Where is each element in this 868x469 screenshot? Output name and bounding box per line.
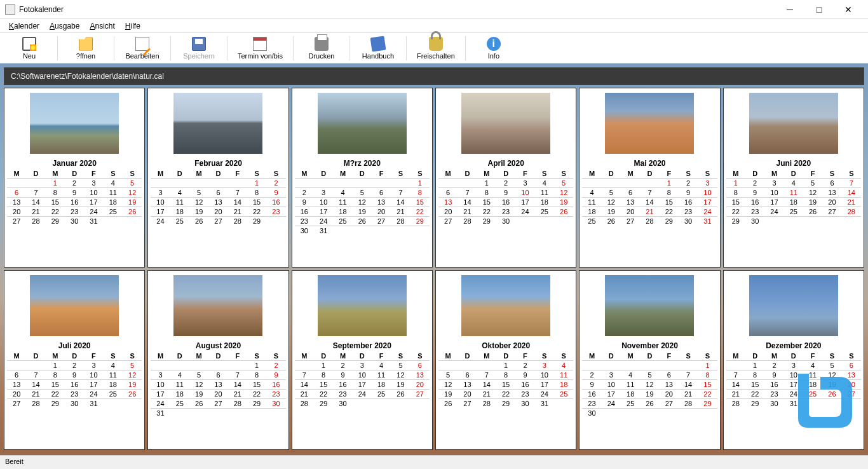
month-photo <box>605 93 694 154</box>
workspace: C:\Softwarenetz\Fotokalender\daten\natur… <box>0 64 868 455</box>
open-icon <box>79 37 93 51</box>
month-title: Mai 2020 <box>634 159 665 168</box>
month-title: Februar 2020 <box>194 159 242 168</box>
tool-freischalten[interactable]: Freischalten <box>409 36 463 61</box>
tool-label: Neu <box>23 52 36 60</box>
month-title: September 2020 <box>333 341 391 350</box>
month-photo <box>749 93 838 154</box>
month-title: April 2020 <box>487 159 524 168</box>
month-card[interactable]: Mai 2020MDMDFSS1234567891011121314151617… <box>579 88 720 268</box>
month-title: November 2020 <box>621 341 678 350</box>
minimize-button[interactable]: ─ <box>775 0 804 19</box>
month-card[interactable]: Juni 2020MDMDFSS123456789101112131415161… <box>723 88 864 268</box>
statusbar: Bereit <box>0 455 868 469</box>
month-photo <box>461 93 550 154</box>
tool-neu[interactable]: Neu <box>4 36 55 61</box>
month-card[interactable]: M?rz 2020MDMDFSS123456789101112131415161… <box>292 88 433 268</box>
menu-kalender[interactable]: Kalender <box>4 20 44 32</box>
day-table: MDMDFSS123456789101112131415161718192021… <box>726 351 861 408</box>
window-title: Fotokalender <box>19 5 775 14</box>
menu-ausgabe[interactable]: Ausgabe <box>44 20 85 32</box>
month-card[interactable]: November 2020MDMDFSS12345678910111213141… <box>579 270 720 450</box>
month-photo <box>173 275 262 336</box>
menu-ansicht[interactable]: Ansicht <box>85 20 119 32</box>
tool-info[interactable]: iInfo <box>468 36 519 61</box>
month-card[interactable]: Oktober 2020MDMDFSS123456789101112131415… <box>435 270 576 450</box>
book-icon <box>370 36 386 51</box>
tool-label: ?ffnen <box>76 52 95 60</box>
menu-hilfe[interactable]: Hilfe <box>120 20 146 32</box>
info-icon: i <box>487 37 501 51</box>
tool-drucken[interactable]: Drucken <box>296 36 347 61</box>
month-card[interactable]: Dezember 2020MDMDFSS12345678910111213141… <box>723 270 864 450</box>
tool-terminvonbis[interactable]: Termin von/bis <box>230 36 290 61</box>
month-title: Januar 2020 <box>52 159 96 168</box>
month-title: Juli 2020 <box>58 341 91 350</box>
app-icon <box>5 4 15 15</box>
day-table: MDMDFSS123456789101112131415161718192021… <box>438 351 573 408</box>
month-card[interactable]: Februar 2020MDMDFSS123456789101112131415… <box>147 88 288 268</box>
day-table: MDMDFSS123456789101112131415161718192021… <box>295 169 430 235</box>
month-photo <box>30 93 119 154</box>
month-title: Juni 2020 <box>776 159 811 168</box>
month-card[interactable]: September 2020MDMDFSS1234567891011121314… <box>292 270 433 450</box>
tool-label: Handbuch <box>362 52 394 60</box>
day-table: MDMDFSS123456789101112131415161718192021… <box>151 351 285 418</box>
day-table: MDMDFSS123456789101112131415161718192021… <box>295 351 430 408</box>
month-card[interactable]: Juli 2020MDMDFSS123456789101112131415161… <box>4 270 145 450</box>
month-title: Dezember 2020 <box>766 341 821 350</box>
tool-label: Speichern <box>183 52 215 60</box>
day-table: MDMDFSS123456789101112131415161718192021… <box>438 169 573 226</box>
month-photo <box>605 275 694 336</box>
tool-label: Freischalten <box>417 52 455 60</box>
day-table: MDMDFSS123456789101112131415161718192021… <box>7 351 142 408</box>
month-photo <box>461 275 550 336</box>
month-card[interactable]: August 2020MDMDFSS1234567891011121314151… <box>147 270 288 450</box>
tool-label: Bearbeiten <box>125 52 159 60</box>
month-photo <box>30 275 119 336</box>
date-icon <box>253 37 267 51</box>
edit-icon <box>135 37 149 51</box>
month-photo <box>318 275 407 336</box>
window-controls: ─ □ ✕ <box>775 0 863 19</box>
print-icon <box>315 37 329 51</box>
status-text: Bereit <box>5 458 24 465</box>
file-path: C:\Softwarenetz\Fotokalender\daten\natur… <box>4 67 864 85</box>
tool-label: Drucken <box>308 52 334 60</box>
tool-bearbeiten[interactable]: Bearbeiten <box>117 36 168 61</box>
toolbar: Neu?ffnenBearbeitenSpeichernTermin von/b… <box>0 33 868 64</box>
day-table: MDMDFSS123456789101112131415161718192021… <box>7 169 142 226</box>
day-table: MDMDFSS123456789101112131415161718192021… <box>151 169 285 226</box>
day-table: MDMDFSS123456789101112131415161718192021… <box>582 169 717 226</box>
tool-label: Termin von/bis <box>238 52 283 60</box>
unlock-icon <box>429 37 443 51</box>
maximize-button[interactable]: □ <box>804 0 834 19</box>
month-title: Oktober 2020 <box>482 341 530 350</box>
month-photo <box>749 275 838 336</box>
tool-label: Info <box>488 52 499 60</box>
new-icon <box>22 37 36 51</box>
tool-speichern: Speichern <box>173 36 224 61</box>
save-icon <box>192 37 206 51</box>
month-photo <box>173 93 262 154</box>
day-table: MDMDFSS123456789101112131415161718192021… <box>582 351 717 418</box>
month-card[interactable]: Januar 2020MDMDFSS1234567891011121314151… <box>4 88 145 268</box>
month-photo <box>318 93 407 154</box>
month-title: M?rz 2020 <box>344 159 381 168</box>
titlebar: Fotokalender ─ □ ✕ <box>0 0 868 19</box>
month-card[interactable]: April 2020MDMDFSS12345678910111213141516… <box>435 88 576 268</box>
close-button[interactable]: ✕ <box>834 0 863 19</box>
tool-ffnen[interactable]: ?ffnen <box>60 36 111 61</box>
day-table: MDMDFSS123456789101112131415161718192021… <box>726 169 861 226</box>
tool-handbuch[interactable]: Handbuch <box>353 36 403 61</box>
calendar-grid: Januar 2020MDMDFSS1234567891011121314151… <box>4 88 864 450</box>
month-title: August 2020 <box>196 341 241 350</box>
